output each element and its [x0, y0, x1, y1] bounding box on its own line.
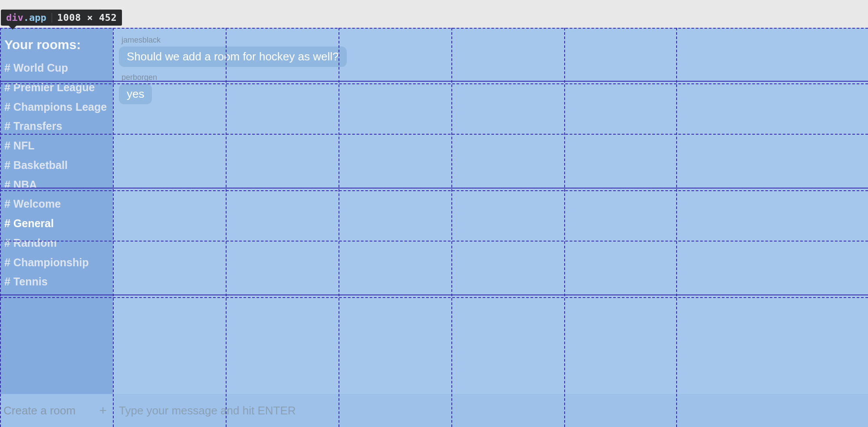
room-item[interactable]: # Champions Leage — [4, 97, 108, 117]
room-item[interactable]: # NFL — [4, 136, 108, 156]
tooltip-separator — [52, 13, 52, 23]
tooltip-dimensions: 1008 × 452 — [57, 12, 117, 23]
message-bubble: yes — [119, 84, 152, 104]
tooltip-tagname: div — [6, 12, 23, 23]
room-item[interactable]: # Random — [4, 233, 108, 253]
room-item[interactable]: # Tennis — [4, 272, 108, 291]
sidebar-title: Your rooms: — [4, 37, 108, 52]
create-room-label: Create a room — [3, 404, 76, 417]
tooltip-classname: .app — [23, 12, 46, 23]
create-room-button[interactable]: Create a room + — [0, 394, 113, 427]
app-container: Your rooms: # World Cup# Premier League#… — [0, 28, 868, 427]
message-bubble: Should we add a room for hockey as well? — [119, 46, 347, 67]
plus-icon: + — [99, 403, 107, 418]
message: jamesblackShould we add a room for hocke… — [119, 36, 862, 67]
room-item[interactable]: # Championship — [4, 253, 108, 272]
room-item[interactable]: # Premier League — [4, 78, 108, 97]
room-item[interactable]: # Welcome — [4, 194, 108, 214]
message-input-container — [113, 394, 868, 427]
rooms-sidebar: Your rooms: # World Cup# Premier League#… — [0, 28, 113, 394]
room-item[interactable]: # General — [4, 214, 108, 233]
room-item[interactable]: # NBA — [4, 175, 108, 195]
message: perborgenyes — [119, 73, 862, 104]
browser-titlebar — [0, 0, 868, 9]
room-item[interactable]: # Transfers — [4, 116, 108, 136]
message-sender: perborgen — [122, 73, 862, 82]
messages-panel: jamesblackShould we add a room for hocke… — [113, 28, 868, 394]
message-input[interactable] — [119, 404, 862, 417]
devtools-element-tooltip: div.app 1008 × 452 — [1, 10, 122, 26]
room-item[interactable]: # Basketball — [4, 156, 108, 175]
message-sender: jamesblack — [122, 36, 862, 45]
room-item[interactable]: # World Cup — [4, 58, 108, 78]
